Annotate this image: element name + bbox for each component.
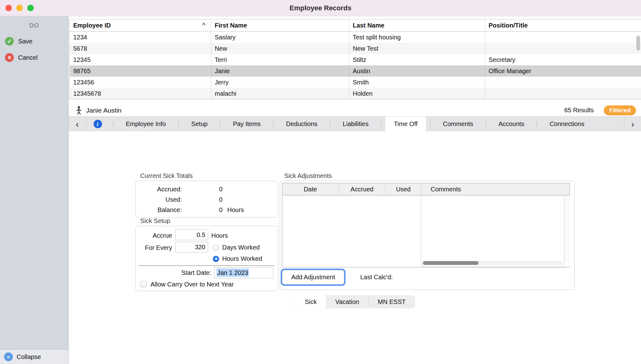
collapse-chevrons-icon: « — [4, 352, 13, 361]
info-icon: i — [94, 120, 102, 128]
column-label-employee-id: Employee ID — [73, 22, 111, 29]
carry-over-checkbox[interactable] — [141, 281, 147, 287]
record-bar: Janie Austin 65 Results Filtered — [69, 104, 641, 116]
tab-time-off[interactable]: Time Off — [385, 117, 426, 131]
comments-field[interactable] — [421, 195, 564, 267]
balance-unit: Hours — [227, 206, 244, 214]
tab-deductions[interactable]: Deductions — [278, 117, 326, 131]
tab-separator-icon: ⋮ — [377, 117, 385, 131]
column-label-position: Position/Title — [489, 22, 528, 29]
last-calcd-label: Last Calc'd: — [360, 270, 393, 285]
sidebar: DO ✓ Save × Cancel « Collapse — [0, 16, 69, 364]
start-date-input[interactable]: Jan 1 2023 — [214, 267, 273, 278]
days-worked-radio[interactable] — [213, 245, 219, 251]
subtab-mn-esst[interactable]: MN ESST — [369, 295, 415, 308]
tab-info[interactable]: i — [86, 117, 109, 131]
accrue-input[interactable]: 0.5 — [175, 230, 208, 240]
column-header-first-name[interactable]: First Name — [211, 19, 349, 31]
sick-adjustments-header: Date Accrued Used Comments — [282, 183, 570, 195]
tab-separator-icon: ⋮ — [216, 117, 224, 131]
accrued-value: 0 — [182, 186, 223, 193]
sick-adjustments-body — [282, 195, 570, 267]
cell-last-name: Stiltz — [349, 54, 485, 65]
cell-position — [485, 32, 641, 43]
current-sick-totals-title: Current Sick Totals — [140, 172, 192, 179]
cell-first-name: New — [211, 43, 349, 54]
cell-last-name: Test split housing — [349, 32, 485, 43]
sidebar-header: DO — [0, 22, 68, 29]
cell-first-name: Saslary — [211, 32, 349, 43]
tab-connections[interactable]: Connections — [541, 117, 593, 131]
for-every-input[interactable]: 320 — [175, 242, 208, 252]
save-label: Save — [18, 38, 33, 45]
carry-over-label: Allow Carry Over to Next Year — [151, 281, 234, 288]
hours-worked-label: Hours Worked — [222, 255, 262, 262]
table-row[interactable]: 1234 Saslary Test split housing — [70, 32, 641, 43]
tab-scroll-left-button[interactable]: ‹ — [69, 117, 86, 131]
traffic-lights — [5, 0, 34, 16]
cell-position — [485, 43, 641, 54]
cell-last-name: Holden — [349, 88, 485, 99]
accrued-label: Accrued: — [136, 186, 182, 193]
tab-separator-icon: ⋮ — [533, 117, 541, 131]
tab-accounts[interactable]: Accounts — [490, 117, 533, 131]
table-row[interactable]: 123456 Jerry Smith — [70, 77, 641, 88]
cell-position: Secretary — [485, 54, 641, 65]
add-adjustment-button[interactable]: Add Adjustment — [282, 270, 344, 285]
totals-row-accrued: Accrued: 0 — [136, 184, 278, 195]
adj-column-comments: Comments — [421, 183, 570, 195]
window-title: Employee Records — [290, 4, 351, 12]
cell-last-name: Austin — [349, 65, 485, 77]
vertical-scrollbar-track — [564, 195, 570, 267]
layout-tab-bar: ‹ i ⋮ Employee Info ⋮ Setup ⋮ Pay Items … — [69, 116, 641, 131]
cell-first-name: malachi — [211, 88, 349, 99]
tab-setup[interactable]: Setup — [183, 117, 216, 131]
tab-employee-info[interactable]: Employee Info — [117, 117, 174, 131]
cell-employee-id: 12345678 — [70, 88, 211, 99]
cell-employee-id: 98765 — [70, 65, 211, 77]
start-date-selected-text: Jan 1 2023 — [217, 269, 249, 277]
save-button[interactable]: ✓ Save — [0, 36, 68, 47]
table-row[interactable]: 12345678 malachi Holden — [70, 88, 641, 99]
close-button[interactable] — [5, 5, 12, 11]
collapse-button[interactable]: « Collapse — [0, 349, 68, 364]
cell-employee-id: 5678 — [70, 43, 211, 54]
cell-first-name: Terri — [211, 54, 349, 65]
hours-worked-radio[interactable] — [213, 256, 219, 262]
tab-liabilities[interactable]: Liabilities — [334, 117, 377, 131]
tab-separator-icon: ⋮ — [269, 117, 278, 131]
accrue-hours-label: Hours — [211, 230, 228, 241]
column-label-last-name: Last Name — [353, 22, 384, 29]
time-off-subtabs: Sick Vacation MN ESST — [295, 295, 415, 308]
column-header-position[interactable]: Position/Title — [485, 19, 641, 31]
table-scrollbar-thumb[interactable] — [636, 36, 640, 51]
cancel-button[interactable]: × Cancel — [0, 52, 68, 63]
column-header-employee-id[interactable]: Employee ID ^ — [70, 19, 211, 31]
current-record-name: Janie Austin — [86, 107, 121, 114]
minimize-button[interactable] — [16, 5, 23, 11]
subtab-sick[interactable]: Sick — [295, 295, 326, 308]
tab-pay-items[interactable]: Pay Items — [224, 117, 269, 131]
subtab-vacation[interactable]: Vacation — [326, 295, 368, 308]
cell-position: Office Manager — [485, 65, 641, 77]
for-every-label: For Every — [136, 242, 172, 253]
totals-row-balance: Balance: 0 Hours — [136, 205, 278, 215]
start-date-label: Start Date: — [136, 267, 211, 278]
tab-comments[interactable]: Comments — [434, 117, 482, 131]
table-row[interactable]: 12345 Terri Stiltz Secretary — [70, 54, 641, 65]
table-row[interactable]: 5678 New New Test — [70, 43, 641, 54]
cell-last-name: New Test — [349, 43, 485, 54]
collapse-label: Collapse — [17, 353, 41, 361]
table-row-selected[interactable]: 98765 Janie Austin Office Manager — [70, 65, 641, 77]
results-count: 65 Results — [564, 107, 594, 114]
used-value: 0 — [182, 196, 223, 203]
column-header-last-name[interactable]: Last Name — [349, 19, 485, 31]
zoom-button[interactable] — [27, 5, 34, 11]
horizontal-scrollbar-thumb[interactable] — [423, 261, 479, 265]
tab-scroll-right-button[interactable]: › — [624, 117, 641, 131]
adj-column-used: Used — [386, 183, 421, 195]
cell-employee-id: 1234 — [70, 32, 211, 43]
filtered-badge[interactable]: Filtered — [604, 105, 636, 115]
balance-label: Balance: — [136, 206, 182, 214]
cancel-label: Cancel — [18, 54, 38, 61]
